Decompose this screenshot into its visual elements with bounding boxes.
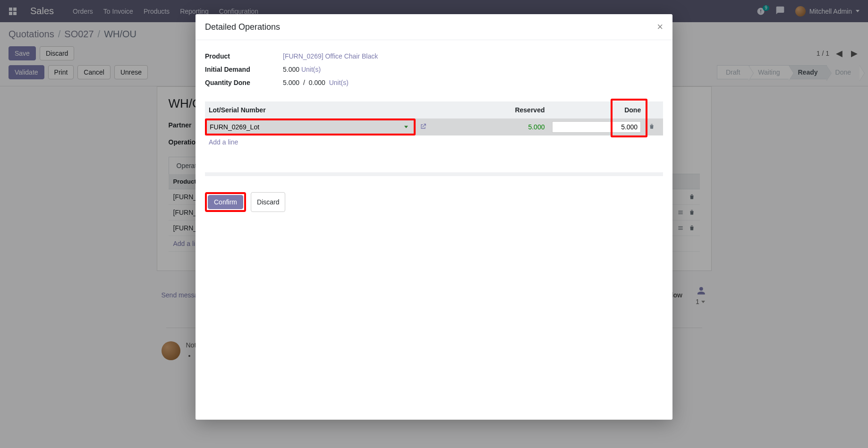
lot-row[interactable]: 5.000 <box>205 118 663 135</box>
qty-done-label: Quantity Done <box>205 79 283 86</box>
lot-table: Lot/Serial Number Reserved Done <box>205 101 663 149</box>
confirm-button[interactable]: Confirm <box>208 195 243 209</box>
product-link[interactable]: [FURN_0269] Office Chair Black <box>283 52 378 60</box>
chevron-down-icon[interactable] <box>404 126 408 128</box>
close-icon[interactable]: × <box>657 22 663 32</box>
trash-icon[interactable] <box>648 123 655 130</box>
detailed-operations-modal: Detailed Operations × Product [FURN_0269… <box>196 14 672 420</box>
col-done: Done <box>624 106 641 114</box>
done-input[interactable] <box>552 121 641 133</box>
modal-overlay: Detailed Operations × Product [FURN_0269… <box>0 0 868 448</box>
external-link-icon[interactable] <box>419 123 427 130</box>
highlight-confirm: Confirm <box>205 192 246 212</box>
lot-serial-input[interactable] <box>209 121 412 133</box>
modal-discard-button[interactable]: Discard <box>251 192 285 212</box>
product-label: Product <box>205 52 283 60</box>
col-lot: Lot/Serial Number <box>205 101 416 118</box>
highlight-lot <box>205 118 416 135</box>
initial-demand-label: Initial Demand <box>205 66 283 73</box>
scrollbar-placeholder <box>205 172 663 176</box>
col-reserved: Reserved <box>434 101 549 118</box>
modal-title: Detailed Operations <box>205 22 280 32</box>
reserved-value: 5.000 <box>434 118 549 135</box>
add-line-link[interactable]: Add a line <box>205 135 663 149</box>
